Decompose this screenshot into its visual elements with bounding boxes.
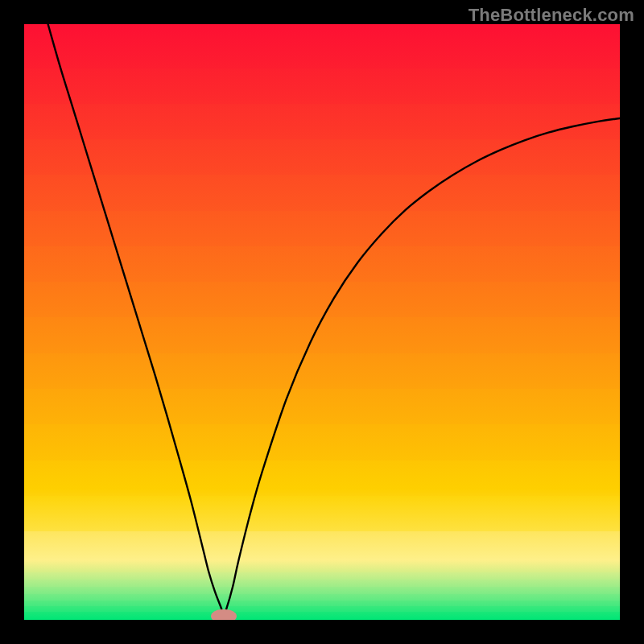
bottleneck-curve xyxy=(48,24,620,614)
optimal-point-marker xyxy=(211,609,237,620)
curve-layer xyxy=(24,24,620,620)
chart-frame: TheBottleneck.com xyxy=(0,0,644,644)
plot-area xyxy=(24,24,620,620)
watermark-text: TheBottleneck.com xyxy=(469,5,634,26)
